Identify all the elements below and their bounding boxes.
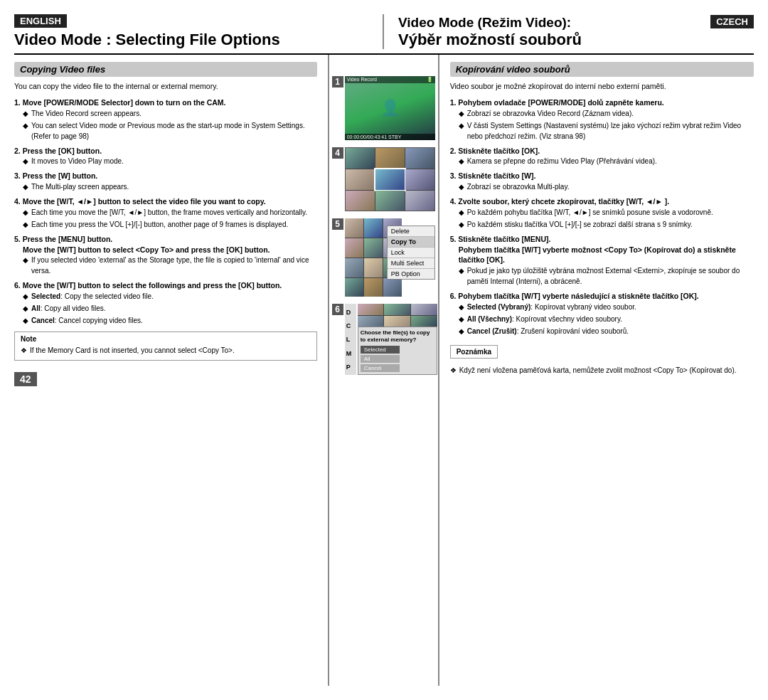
english-content: Copying Video files You can copy the vid…: [14, 55, 329, 686]
step-4-title-en: 4. Move the [W/T, ◄/►] button to select …: [14, 196, 317, 207]
bullet: ◆ Selected (Vybraný): Kopírovat vybraný …: [459, 302, 754, 312]
step1-num: 1: [332, 76, 343, 88]
screen6-bg-grid: [358, 304, 437, 326]
label-c: C: [346, 322, 355, 329]
menu-item-delete: Delete: [388, 226, 434, 237]
btn-selected: Selected: [361, 346, 400, 354]
screen6-labels: D C L M P: [345, 304, 356, 375]
step-2-title-en: 2. Press the [OK] button.: [14, 146, 317, 157]
czech-title-line1: Video Mode (Režim Video):: [398, 15, 571, 31]
step6-image-row: 6 D C L M P: [332, 304, 435, 375]
step-5-title-cz: 5. Stiskněte tlačítko [MENU].: [450, 234, 754, 245]
bullet: ◆ All: Copy all video files.: [23, 303, 317, 314]
menu-overlay: Delete Copy To Lock Multi Select PB Opti…: [387, 226, 435, 280]
step-1-title-en: 1. Move [POWER/MODE Selector] down to tu…: [14, 97, 317, 108]
english-badge: ENGLISH: [14, 14, 67, 28]
bullet: ◆ Kamera se přepne do režimu Video Play …: [459, 156, 754, 166]
step-6-en: 6. Move the [W/T] button to select the f…: [14, 280, 317, 326]
step-5-title-en: 5. Press the [MENU] button.: [14, 234, 317, 245]
thumb-8: [375, 191, 405, 211]
label-m: M: [346, 350, 355, 357]
bullet: ◆ Each time you press the VOL [+]/[-] bu…: [23, 219, 317, 230]
label-d: D: [346, 309, 355, 316]
screen-bottom-label: 00:00:00/00:43:41 STBY: [347, 134, 402, 139]
screen-top-bar: Video Record 🔋: [345, 76, 435, 83]
step-4-content-en: ◆ Each time you move the [W/T, ◄/►] butt…: [23, 207, 317, 230]
step-3-title-en: 3. Press the [W] button.: [14, 171, 317, 181]
bullet: ❖ Když není vložena paměťová karta, nemů…: [450, 366, 754, 376]
step-5-subtitle-cz: Pohybem tlačítka [W/T] vyberte možnost <…: [459, 245, 754, 265]
right-header: Video Mode (Režim Video): Výběr možností…: [384, 15, 754, 49]
bullet: ◆ All (Všechny): Kopírovat všechny video…: [459, 314, 754, 324]
step4-num: 4: [332, 147, 343, 159]
menu-item-pboption: PB Option: [388, 269, 434, 279]
czech-note: Poznámka: [450, 345, 498, 359]
bullet: ◆ Pokud je jako typ úložiště vybrána mož…: [459, 265, 754, 287]
step-2-title-cz: 2. Stiskněte tlačítko [OK].: [450, 146, 754, 157]
step-1-en: 1. Move [POWER/MODE Selector] down to tu…: [14, 97, 317, 142]
thumb-7: [346, 191, 375, 211]
step5-num: 5: [332, 218, 343, 230]
label-p: P: [346, 364, 355, 371]
czech-note-label: Poznámka: [457, 348, 491, 356]
step-5-content-cz: ◆ Pokud je jako typ úložiště vybrána mož…: [459, 265, 754, 287]
screen-bottom-bar: 00:00:00/00:43:41 STBY: [345, 134, 435, 140]
step-3-title-cz: 3. Stiskněte tlačítko [W].: [450, 171, 754, 181]
thumb-5-selected: [375, 169, 405, 190]
note-label: Note: [21, 335, 36, 343]
step-4-title-cz: 4. Zvolte soubor, který chcete zkopírova…: [450, 196, 754, 207]
dialog-title: Choose the file(s) to copy to external m…: [361, 329, 434, 344]
czech-note-content: ❖ Když není vložena paměťová karta, nemů…: [450, 366, 754, 376]
bullet: ◆ Cancel (Zrušit): Zrušení kopírování vi…: [459, 326, 754, 336]
thumb-1: [346, 148, 375, 169]
bullet: ◆ You can select Video mode or Previous …: [23, 120, 317, 142]
step-1-content-en: ◆ The Video Record screen appears. ◆ You…: [23, 108, 317, 142]
btn-all: All: [361, 355, 400, 363]
bullet: ◆ Zobrazí se obrazovka Multi-play.: [459, 181, 754, 192]
page: ENGLISH Video Mode : Selecting File Opti…: [0, 0, 768, 700]
czech-intro: Video soubor je možné zkopírovat do inte…: [450, 81, 754, 92]
step-3-content-en: ◆ The Multi-play screen appears.: [23, 181, 317, 192]
bullet: ◆ Selected: Copy the selected video file…: [23, 291, 317, 302]
btn-cancel: Cancel: [361, 364, 400, 372]
screen-top-label: Video Record: [347, 77, 377, 83]
english-intro: You can copy the video file to the inter…: [14, 81, 317, 92]
step-6-content-cz: ◆ Selected (Vybraný): Kopírovat vybraný …: [459, 302, 754, 336]
step-6-title-cz: 6. Pohybem tlačítka [W/T] vyberte násled…: [450, 291, 754, 302]
english-section-header: Copying Video files: [14, 62, 317, 77]
dialog-buttons: Selected All Cancel: [361, 346, 434, 372]
step-3-cz: 3. Stiskněte tlačítko [W]. ◆ Zobrazí se …: [450, 171, 754, 192]
bullet: ◆ Each time you move the [W/T, ◄/►] butt…: [23, 207, 317, 218]
thumb-6: [405, 169, 434, 190]
step-3-en: 3. Press the [W] button. ◆ The Multi-pla…: [14, 171, 317, 192]
screen-icons: 🔋: [427, 77, 433, 83]
bullet: ◆ The Video Record screen appears.: [23, 108, 317, 119]
menu-item-copyto: Copy To: [388, 237, 434, 248]
step-4-content-cz: ◆ Po každém pohybu tlačítka [W/T, ◄/►] s…: [459, 207, 754, 230]
bullet: ◆ Po každém stisku tlačítka VOL [+]/[-] …: [459, 219, 754, 230]
thumb-3: [405, 148, 434, 169]
bullet: ◆ Zobrazí se obrazovka Video Record (Záz…: [459, 108, 754, 119]
czech-badge: CZECH: [710, 15, 754, 28]
label-l: L: [346, 336, 355, 343]
step-6-content-en: ◆ Selected: Copy the selected video file…: [23, 291, 317, 326]
bullet: ◆ The Multi-play screen appears.: [23, 181, 317, 192]
screen6-main: Choose the file(s) to copy to external m…: [358, 304, 437, 375]
step6-num: 6: [332, 304, 343, 315]
czech-title-line2: Výběr možností souborů: [398, 31, 642, 49]
step-5-en: 5. Press the [MENU] button. Move the [W/…: [14, 234, 317, 276]
content-area: Copying Video files You can copy the vid…: [14, 55, 754, 686]
thumb-9: [405, 191, 434, 211]
page-number: 42: [14, 372, 37, 386]
thumb-2: [375, 148, 405, 169]
middle-images: 1 👤 Video Record 🔋 00:00:00/00:43:41 STB…: [329, 55, 439, 686]
dialog-box: Choose the file(s) to copy to external m…: [358, 327, 437, 376]
step-6-cz: 6. Pohybem tlačítka [W/T] vyberte násled…: [450, 291, 754, 336]
header: ENGLISH Video Mode : Selecting File Opti…: [14, 14, 754, 55]
menu-item-lock: Lock: [388, 248, 434, 258]
step-5-cz: 5. Stiskněte tlačítko [MENU]. Pohybem tl…: [450, 234, 754, 287]
screen4-grid: [345, 147, 435, 211]
menu-item-multiselect: Multi Select: [388, 258, 434, 269]
step-4-en: 4. Move the [W/T, ◄/►] button to select …: [14, 196, 317, 230]
bullet: ❖ If the Memory Card is not inserted, yo…: [21, 346, 311, 356]
